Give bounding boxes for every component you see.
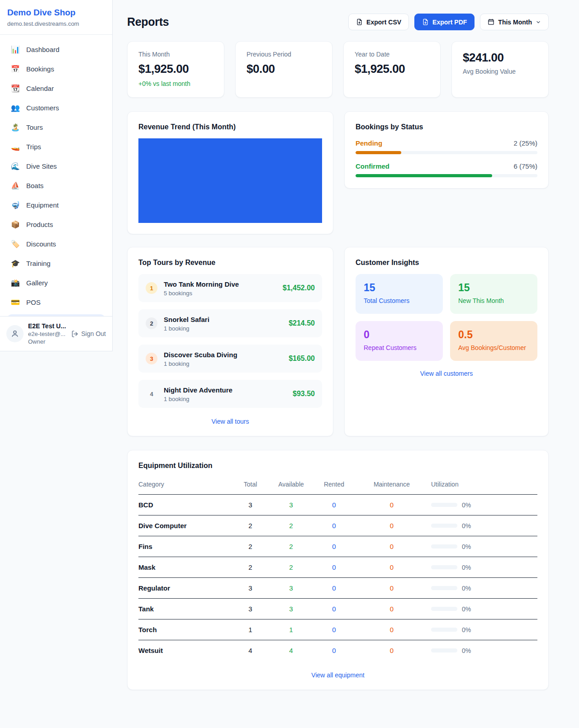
bookings-by-status-card: Bookings by Status Pending 2 (25%) Confi…	[344, 111, 549, 189]
insight-tiles: 15 Total Customers 15 New This Month 0 R…	[356, 274, 537, 361]
sidebar-item-discounts[interactable]: 🏷️ Discounts	[5, 236, 107, 252]
sign-out-button[interactable]: Sign Out	[71, 330, 106, 338]
equipment-category: Fins	[138, 536, 229, 557]
equipment-maintenance: 0	[358, 536, 426, 557]
user-meta: E2E Test U... e2e-tester@... Owner	[28, 322, 66, 345]
equipment-rented: 0	[310, 536, 358, 557]
list-item[interactable]: 4 Night Dive Adventure 1 booking $93.50	[138, 380, 322, 408]
column-header-maintenance: Maintenance	[358, 478, 426, 495]
sidebar-item-gallery[interactable]: 📸 Gallery	[5, 275, 107, 291]
list-item[interactable]: 1 Two Tank Morning Dive 5 bookings $1,45…	[138, 274, 322, 302]
sidebar-item-dashboard[interactable]: 📊 Dashboard	[5, 42, 107, 57]
column-header-total: Total	[229, 478, 272, 495]
stat-value: $1,925.00	[138, 62, 213, 76]
stat-label: Year to Date	[355, 51, 429, 58]
tile-value: 0.5	[458, 329, 529, 341]
customer-insights-card: Customer Insights 15 Total Customers 15 …	[344, 247, 549, 436]
column-header-rented: Rented	[310, 478, 358, 495]
export-csv-button[interactable]: Export CSV	[348, 14, 409, 30]
column-header-category: Category	[138, 478, 229, 495]
utilization-bar	[431, 628, 457, 632]
column-header-utilization: Utilization	[426, 478, 537, 495]
view-all-customers-link[interactable]: View all customers	[356, 370, 537, 377]
utilization-bar	[431, 648, 457, 652]
list-item[interactable]: 2 Snorkel Safari 1 booking $214.50	[138, 309, 322, 337]
insight-tile-total-customers: 15 Total Customers	[356, 274, 443, 314]
tour-bookings: 1 booking	[164, 396, 286, 402]
user-footer: E2E Test U... e2e-tester@... Owner Sign …	[0, 316, 112, 351]
period-label: This Month	[498, 19, 532, 26]
equipment-maintenance: 0	[358, 557, 426, 578]
charts-row: Revenue Trend (This Month) Bookings by S…	[127, 111, 549, 234]
sidebar-item-label: Dive Sites	[26, 162, 57, 171]
sidebar-item-customers[interactable]: 👥 Customers	[5, 100, 107, 116]
tour-bookings: 1 booking	[164, 325, 282, 332]
sidebar-item-boats[interactable]: ⛵ Boats	[5, 178, 107, 194]
status-count: 6 (75%)	[513, 162, 537, 170]
tile-value: 0	[364, 329, 435, 341]
equipment-total: 3	[229, 495, 272, 515]
calendar-icon	[488, 19, 494, 25]
sidebar-item-bookings[interactable]: 📅 Bookings	[5, 61, 107, 77]
equipment-utilization: 0%	[426, 501, 537, 509]
avatar	[6, 325, 24, 342]
stat-label: Avg Booking Value	[463, 68, 537, 76]
export-pdf-label: Export PDF	[432, 19, 467, 26]
sidebar-item-products[interactable]: 📦 Products	[5, 217, 107, 232]
tile-label: New This Month	[458, 297, 529, 304]
equipment-total: 1	[229, 619, 272, 640]
list-item[interactable]: 3 Discover Scuba Diving 1 booking $165.0…	[138, 345, 322, 373]
main-content: Reports Export CSV Export PDF This Month…	[113, 0, 579, 724]
card-title: Equipment Utilization	[138, 461, 537, 470]
brand-title[interactable]: Demo Dive Shop	[7, 7, 105, 18]
stat-delta: +0% vs last month	[138, 80, 213, 87]
insight-tile-new-this-month: 15 New This Month	[450, 274, 537, 314]
equipment-maintenance: 0	[358, 619, 426, 640]
tile-label: Avg Bookings/Customer	[458, 344, 529, 351]
sidebar-item-calendar[interactable]: 📆 Calendar	[5, 81, 107, 96]
sidebar: Demo Dive Shop demo.test.divestreams.com…	[0, 0, 113, 351]
insight-tile-repeat-customers: 0 Repeat Customers	[356, 321, 443, 361]
tour-revenue: $214.50	[289, 319, 315, 327]
user-name: E2E Test U...	[28, 322, 66, 330]
package-icon: 📦	[11, 220, 20, 229]
equipment-utilization: 0%	[426, 522, 537, 529]
progress-track	[356, 174, 537, 177]
table-row: Fins 2 2 0 0 0%	[138, 536, 537, 557]
equipment-total: 3	[229, 578, 272, 599]
brand: Demo Dive Shop demo.test.divestreams.com	[0, 0, 112, 35]
equipment-utilization: 0%	[426, 564, 537, 571]
equipment-category: BCD	[138, 495, 229, 515]
stat-label: This Month	[138, 51, 213, 58]
sidebar-item-training[interactable]: 🎓 Training	[5, 256, 107, 271]
equipment-available: 4	[272, 640, 310, 661]
sidebar-item-dive-sites[interactable]: 🌊 Dive Sites	[5, 159, 107, 174]
sidebar-item-tours[interactable]: 🏝️ Tours	[5, 120, 107, 135]
equipment-available: 2	[272, 557, 310, 578]
equipment-total: 2	[229, 536, 272, 557]
sidebar-item-trips[interactable]: 🚤 Trips	[5, 139, 107, 155]
equipment-available: 3	[272, 578, 310, 599]
view-all-tours-link[interactable]: View all tours	[138, 418, 322, 425]
utilization-bar	[431, 503, 457, 507]
people-icon: 👥	[11, 104, 20, 113]
equipment-utilization-card: Equipment Utilization Category Total Ava…	[127, 450, 549, 690]
revenue-trend-chart[interactable]	[138, 138, 322, 223]
period-select[interactable]: This Month	[480, 14, 549, 30]
utilization-bar	[431, 544, 457, 548]
graduation-cap-icon: 🎓	[11, 259, 20, 268]
sign-out-label: Sign Out	[81, 330, 106, 337]
sidebar-item-equipment[interactable]: 🤿 Equipment	[5, 198, 107, 213]
sidebar-item-pos[interactable]: 💳 POS	[5, 295, 107, 310]
sidebar-item-label: Boats	[26, 181, 43, 190]
table-row: Tank 3 3 0 0 0%	[138, 599, 537, 619]
export-pdf-button[interactable]: Export PDF	[414, 14, 475, 30]
equipment-rented: 0	[310, 640, 358, 661]
sailboat-icon: ⛵	[11, 181, 20, 190]
rank-badge: 1	[146, 282, 157, 294]
view-all-equipment-link[interactable]: View all equipment	[138, 671, 537, 679]
equipment-available: 2	[272, 536, 310, 557]
sidebar-nav: 📊 Dashboard 📅 Bookings 📆 Calendar 👥 Cust…	[0, 35, 112, 316]
rank-badge: 3	[146, 353, 157, 364]
stat-value: $241.00	[463, 51, 537, 64]
